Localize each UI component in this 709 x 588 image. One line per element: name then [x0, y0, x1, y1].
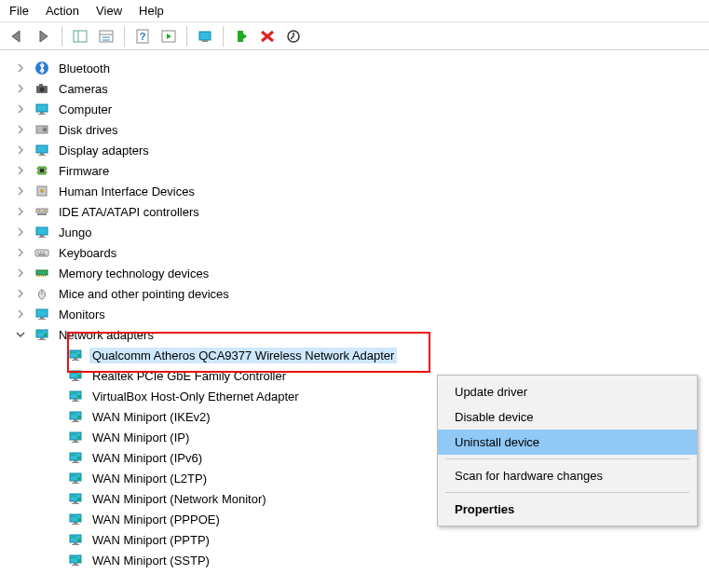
context-menu: Update driver Disable device Uninstall d…: [437, 375, 698, 526]
tree-item-label: Human Interface Devices: [56, 184, 198, 199]
tree-item[interactable]: Keyboards: [11, 242, 709, 263]
keyboard-icon: [34, 244, 50, 261]
svg-rect-78: [74, 440, 77, 442]
menu-view[interactable]: View: [96, 4, 122, 18]
tree-item[interactable]: WAN Miniport (SSTP): [11, 550, 709, 570]
svg-rect-38: [36, 227, 48, 235]
chevron-down-icon[interactable]: [15, 329, 26, 340]
menubar: File Action View Help: [0, 0, 709, 22]
svg-rect-62: [74, 358, 77, 360]
svg-rect-88: [77, 477, 81, 480]
tree-item[interactable]: Cameras: [11, 78, 709, 99]
svg-rect-79: [72, 442, 79, 443]
tree-item-label: IDE ATA/ATAPI controllers: [56, 204, 202, 220]
tree-item[interactable]: Jungo: [11, 222, 709, 242]
svg-rect-59: [38, 339, 46, 340]
tree-item[interactable]: Qualcomm Atheros QCA9377 Wireless Networ…: [11, 345, 709, 365]
tree-item[interactable]: Mice and other pointing devices: [11, 283, 709, 304]
bluetooth-icon: [34, 60, 50, 76]
tree-item[interactable]: IDE ATA/ATAPI controllers: [11, 201, 709, 222]
svg-rect-55: [40, 317, 44, 319]
toolbar-separator: [223, 26, 224, 47]
ctx-scan-hardware[interactable]: Scan for hardware changes: [438, 463, 697, 488]
svg-rect-75: [72, 421, 79, 422]
uninstall-device-button[interactable]: [255, 25, 280, 48]
tree-item-label: Mice and other pointing devices: [56, 286, 232, 302]
chevron-right-icon[interactable]: [15, 247, 26, 258]
svg-rect-67: [72, 380, 79, 381]
svg-rect-90: [74, 501, 77, 503]
show-hide-tree-button[interactable]: [68, 25, 92, 48]
svg-rect-17: [36, 104, 48, 112]
chevron-right-icon[interactable]: [15, 206, 26, 217]
svg-rect-23: [36, 145, 48, 153]
ctx-disable-device[interactable]: Disable device: [438, 404, 697, 430]
tree-item-label: Firmware: [56, 163, 112, 179]
svg-rect-63: [72, 360, 79, 361]
network-icon: [34, 326, 50, 343]
memory-icon: [34, 265, 50, 281]
chevron-right-icon[interactable]: [15, 83, 26, 94]
svg-rect-19: [38, 114, 46, 115]
network-adapter-icon: [67, 490, 84, 507]
network-adapter-icon: [67, 347, 84, 363]
svg-rect-70: [74, 399, 77, 401]
svg-rect-100: [77, 539, 81, 541]
chevron-right-icon[interactable]: [15, 226, 26, 238]
tree-item[interactable]: Disk drives: [11, 119, 709, 140]
ctx-properties[interactable]: Properties: [438, 497, 697, 522]
chevron-right-icon[interactable]: [15, 62, 26, 74]
tree-item[interactable]: Display adapters: [11, 140, 709, 160]
svg-rect-102: [74, 563, 77, 565]
svg-point-33: [40, 189, 44, 193]
tree-item[interactable]: Network adapters: [11, 324, 709, 345]
menu-file[interactable]: File: [9, 4, 29, 18]
tree-item[interactable]: Computer: [11, 99, 709, 119]
enable-device-button[interactable]: [229, 25, 253, 48]
ctx-uninstall-device[interactable]: Uninstall device: [438, 430, 697, 455]
chevron-right-icon[interactable]: [15, 308, 26, 320]
tree-item[interactable]: WAN Miniport (PPTP): [11, 529, 709, 550]
monitor-icon: [34, 306, 50, 322]
tree-item[interactable]: Monitors: [11, 304, 709, 324]
chevron-right-icon[interactable]: [15, 267, 26, 279]
svg-rect-39: [40, 235, 44, 237]
tree-item[interactable]: Bluetooth: [11, 58, 709, 78]
tree-item[interactable]: Human Interface Devices: [11, 181, 709, 201]
properties-button[interactable]: [94, 25, 118, 48]
tree-item-label: WAN Miniport (Network Monitor): [89, 491, 269, 507]
menu-help[interactable]: Help: [139, 4, 164, 18]
svg-point-35: [38, 210, 40, 212]
camera-icon: [34, 80, 50, 97]
tree-item-label: WAN Miniport (IP): [89, 430, 192, 445]
forward-button[interactable]: [32, 25, 56, 48]
chevron-right-icon[interactable]: [15, 185, 26, 197]
tree-item-label: Memory technology devices: [56, 266, 211, 281]
svg-rect-86: [74, 481, 77, 483]
tree-item-label: WAN Miniport (PPTP): [89, 532, 212, 548]
scan-hardware-button[interactable]: [193, 25, 217, 48]
svg-rect-68: [77, 375, 81, 377]
tree-item[interactable]: Firmware: [11, 160, 709, 181]
tree-item-label: Jungo: [56, 225, 94, 240]
tree-item[interactable]: Memory technology devices: [11, 263, 709, 283]
svg-rect-0: [74, 31, 87, 42]
svg-rect-56: [38, 319, 46, 320]
help-button[interactable]: ?: [130, 25, 155, 48]
chevron-right-icon[interactable]: [15, 144, 26, 156]
chevron-right-icon[interactable]: [15, 103, 26, 115]
svg-point-22: [44, 129, 46, 130]
action-button[interactable]: [157, 25, 181, 48]
menu-action[interactable]: Action: [46, 4, 79, 18]
ctx-update-driver[interactable]: Update driver: [438, 379, 697, 404]
chevron-right-icon[interactable]: [15, 288, 26, 299]
svg-rect-37: [37, 213, 47, 215]
update-driver-button[interactable]: [281, 25, 306, 48]
tree-item-label: Network adapters: [56, 327, 157, 343]
chevron-right-icon[interactable]: [15, 124, 26, 135]
svg-rect-51: [45, 275, 46, 277]
back-button[interactable]: [6, 25, 30, 48]
network-adapter-icon: [67, 531, 84, 548]
chevron-right-icon[interactable]: [15, 165, 26, 176]
svg-rect-76: [77, 416, 81, 418]
